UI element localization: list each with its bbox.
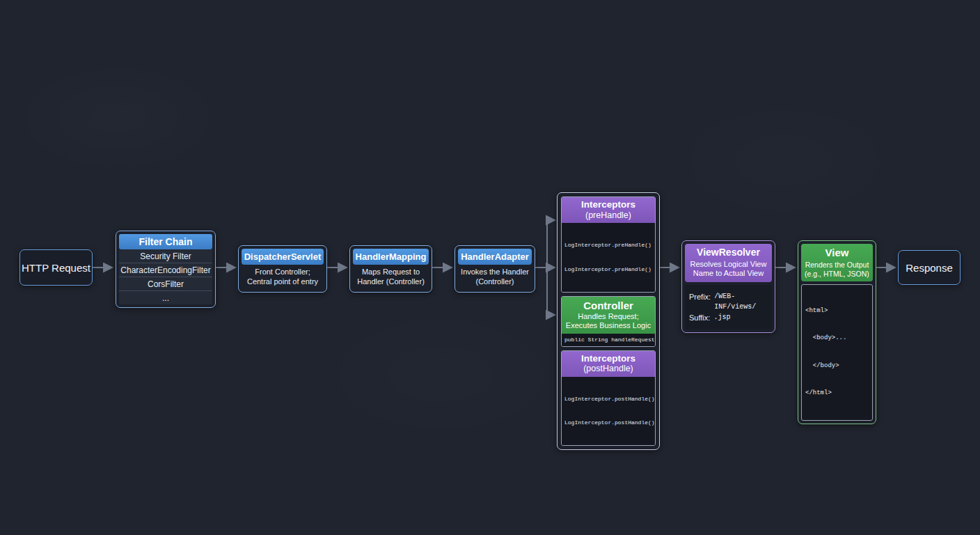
node-dispatcher-servlet: DispatcherServlet Front Controller; Cent… bbox=[238, 245, 327, 293]
handler-adapter-description: Invokes the Handler (Controller) bbox=[458, 265, 532, 289]
node-controller: Controller Handles Request; Executes Bus… bbox=[561, 296, 656, 347]
handler-adapter-title: HandlerAdapter bbox=[458, 249, 532, 265]
controller-code: public String handleRequest(...) bbox=[562, 334, 655, 346]
filter-chain-rows: Security Filter CharacterEncodingFilter … bbox=[119, 249, 212, 304]
view-resolver-prefix: Prefix: /WEB-INF/views/ bbox=[689, 291, 768, 312]
interceptors-prehandle-header: Interceptors (preHandle) bbox=[562, 197, 655, 223]
dispatcher-servlet-title: DispatcherServlet bbox=[242, 249, 324, 265]
filter-row-cors: CorsFilter bbox=[119, 277, 212, 291]
view-resolver-header: ViewResolver Resolves Logical View Name … bbox=[685, 244, 772, 282]
handler-mapping-description: Maps Request to Handler (Controller) bbox=[353, 265, 429, 289]
dispatcher-servlet-description: Front Controller; Central point of entry bbox=[242, 265, 324, 289]
node-handler-mapping: HandlerMapping Maps Request to Handler (… bbox=[349, 245, 432, 293]
node-http-request: HTTP Request bbox=[19, 249, 93, 286]
node-interceptor-stack: Interceptors (preHandle) LogInterceptor.… bbox=[557, 192, 660, 450]
node-interceptors-prehandle: Interceptors (preHandle) LogInterceptor.… bbox=[561, 196, 656, 293]
node-interceptors-posthandle: Interceptors (postHandle) LogInterceptor… bbox=[561, 350, 656, 447]
filter-row-character-encoding: CharacterEncodingFilter bbox=[119, 263, 212, 277]
response-label: Response bbox=[906, 262, 953, 274]
view-resolver-suffix: Suffix: .jsp bbox=[689, 312, 768, 324]
node-response: Response bbox=[898, 250, 961, 285]
node-handler-adapter: HandlerAdapter Invokes the Handler (Cont… bbox=[455, 245, 535, 293]
handler-mapping-title: HandlerMapping bbox=[353, 249, 429, 265]
controller-header: Controller Handles Request; Executes Bus… bbox=[562, 297, 655, 334]
node-view-resolver: ViewResolver Resolves Logical View Name … bbox=[681, 240, 775, 333]
diagram-canvas: { "diagram": { "topic": "Spring MVC Requ… bbox=[0, 0, 980, 535]
filter-row-security: Security Filter bbox=[119, 249, 212, 263]
interceptors-prehandle-code: LogInterceptor.preHandle() LogIntercepto… bbox=[562, 223, 655, 292]
filter-row-ellipsis: ... bbox=[119, 291, 212, 304]
view-resolver-config: Prefix: /WEB-INF/views/ Suffix: .jsp bbox=[685, 285, 772, 329]
http-request-label: HTTP Request bbox=[22, 262, 90, 274]
filter-chain-title: Filter Chain bbox=[119, 234, 212, 249]
interceptors-posthandle-code: LogInterceptor.postHandle() LogIntercept… bbox=[562, 377, 655, 446]
node-filter-chain: Filter Chain Security Filter CharacterEn… bbox=[116, 231, 216, 308]
view-header: View Renders the Output (e.g., HTML, JSO… bbox=[801, 244, 873, 281]
node-view: View Renders the Output (e.g., HTML, JSO… bbox=[798, 240, 876, 424]
interceptors-posthandle-header: Interceptors (postHandle) bbox=[562, 351, 655, 377]
view-code: <html> <body>... </body> </html> bbox=[801, 284, 873, 421]
